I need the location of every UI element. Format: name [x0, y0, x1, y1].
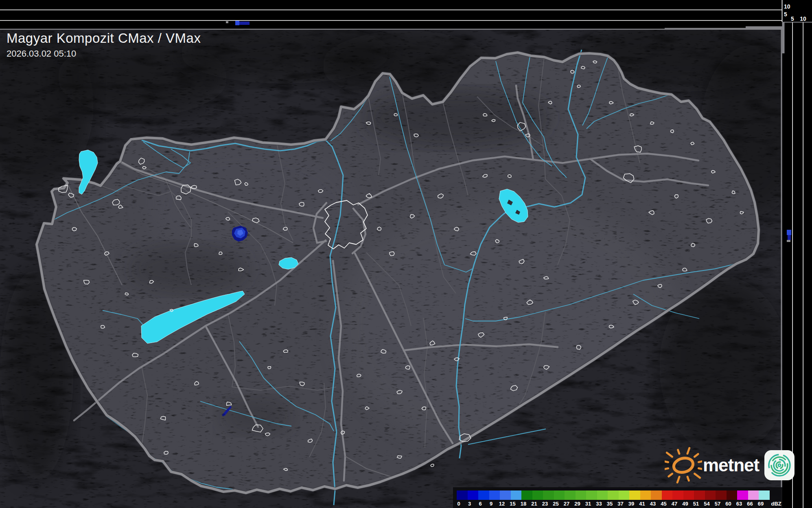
- colorbar-cell: [716, 490, 727, 500]
- vmax-top-profile: [0, 0, 782, 30]
- colorbar-cell: [457, 490, 468, 500]
- metnet-logo[interactable]: metnet: [665, 446, 795, 484]
- dbz-colorbar-cells: [457, 490, 770, 500]
- colorbar-cell: [748, 490, 759, 500]
- colorbar-tick: 54: [704, 501, 709, 507]
- colorbar-cell: [500, 490, 511, 500]
- colorbar-cell: [554, 490, 565, 500]
- colorbar-tick: 25: [553, 501, 558, 507]
- colorbar-cell: [543, 490, 554, 500]
- colorbar-cell: [597, 490, 608, 500]
- colorbar-cell: [468, 490, 479, 500]
- colorbar-cell: [586, 490, 597, 500]
- colorbar-cell: [694, 490, 705, 500]
- colorbar-tick: 33: [596, 501, 602, 507]
- colorbar-tick: 9: [490, 501, 492, 507]
- colorbar-tick: 57: [715, 501, 720, 507]
- colorbar-tick: 39: [628, 501, 634, 507]
- radar-composite-screen: 105510 Magyar Kompozit CMax / VMax 2026.…: [0, 0, 812, 508]
- colorbar-tick: 6: [479, 501, 482, 507]
- colorbar-tick: 3: [468, 501, 471, 507]
- colorbar-cell: [662, 490, 673, 500]
- metnet-wordmark: metnet: [703, 455, 759, 475]
- colorbar-tick: 21: [531, 501, 537, 507]
- colorbar-cell: [576, 490, 587, 500]
- colorbar-tick: 31: [585, 501, 591, 507]
- vmax-right-profile: 105510: [781, 0, 812, 508]
- dbz-colorbar: 0369121518212325272931333537394143454749…: [453, 487, 782, 508]
- axis-label: 5: [791, 15, 794, 22]
- colorbar-cell: [489, 490, 500, 500]
- colorbar-cell: [705, 490, 716, 500]
- sun-icon: [665, 446, 702, 484]
- colorbar-tick: 60: [725, 501, 731, 507]
- colorbar-tick: 63: [736, 501, 742, 507]
- colorbar-tick: 69: [758, 501, 764, 507]
- colorbar-tick: 43: [650, 501, 656, 507]
- colorbar-tick: 66: [747, 501, 753, 507]
- colorbar-cell: [640, 490, 651, 500]
- colorbar-cell: [629, 490, 640, 500]
- map-area: [0, 14, 806, 508]
- colorbar-tick: 45: [661, 501, 666, 507]
- colorbar-tick: 47: [672, 501, 677, 507]
- colorbar-cell: [651, 490, 662, 500]
- colorbar-cell: [565, 490, 576, 500]
- colorbar-tick: 23: [542, 501, 548, 507]
- colorbar-tick: 27: [564, 501, 569, 507]
- colorbar-tick: 12: [499, 501, 505, 507]
- colorbar-cell: [672, 490, 683, 500]
- radar-map-canvas: 105510: [0, 0, 812, 508]
- colorbar-tick: 51: [693, 501, 699, 507]
- colorbar-cell: [532, 490, 543, 500]
- colorbar-cell: [521, 490, 532, 500]
- colorbar-cell: [759, 490, 770, 500]
- axis-label: 10: [784, 3, 790, 10]
- colorbar-tick: 0: [457, 501, 460, 507]
- colorbar-tick: 18: [521, 501, 526, 507]
- colorbar-cell: [683, 490, 694, 500]
- axis-label: 10: [800, 15, 806, 22]
- colorbar-cell: [737, 490, 748, 500]
- colorbar-unit-label: dBZ: [771, 501, 781, 507]
- colorbar-cell: [619, 490, 630, 500]
- colorbar-tick: 15: [510, 501, 515, 507]
- metnet-app-icon: [764, 450, 795, 481]
- axis-label: 5: [784, 11, 787, 18]
- colorbar-cell: [478, 490, 489, 500]
- colorbar-tick: 37: [617, 501, 623, 507]
- colorbar-tick: 35: [607, 501, 613, 507]
- colorbar-cell: [727, 490, 738, 500]
- colorbar-tick: 41: [639, 501, 645, 507]
- colorbar-cell: [608, 490, 619, 500]
- colorbar-tick: 29: [574, 501, 580, 507]
- colorbar-tick: 49: [682, 501, 688, 507]
- colorbar-cell: [511, 490, 522, 500]
